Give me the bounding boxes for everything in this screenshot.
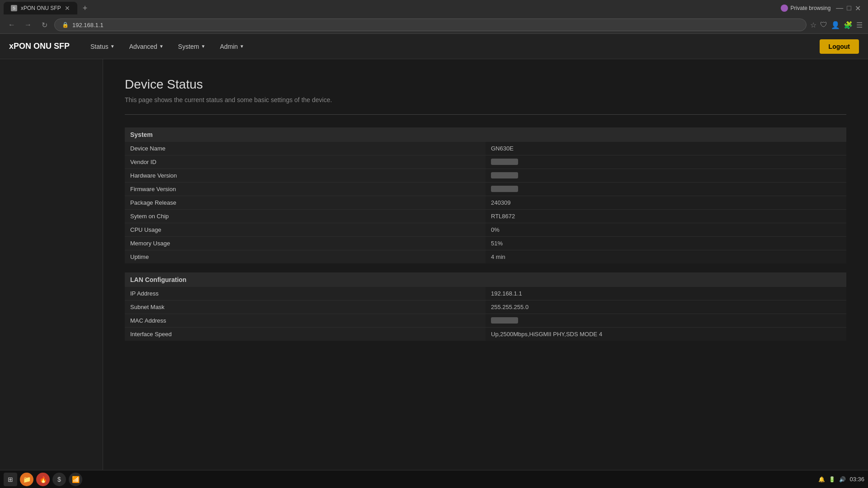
- mem-usage-label: Memory Usage: [125, 237, 486, 250]
- app-brand: xPON ONU SFP: [9, 42, 70, 51]
- table-row: Device Name GN630E: [125, 142, 846, 155]
- tab-bar: S xPON ONU SFP ✕ + Private browsing — □ …: [0, 0, 868, 16]
- minimize-button[interactable]: —: [836, 4, 843, 12]
- soc-value: RTL8672: [486, 210, 846, 223]
- shield-icon[interactable]: 🛡: [820, 21, 827, 29]
- mem-usage-value: 51%: [486, 237, 846, 250]
- nav-menu: Status ▼ Advanced ▼ System ▼ Admin ▼: [84, 39, 820, 54]
- private-browsing-label: Private browsing: [781, 5, 831, 12]
- taskbar-app1-button[interactable]: 🔥: [36, 473, 50, 486]
- profile-icon[interactable]: 👤: [831, 21, 840, 29]
- main-content: Device Status This page shows the curren…: [103, 59, 868, 470]
- blurred-value: [491, 159, 518, 165]
- active-tab[interactable]: S xPON ONU SFP ✕: [4, 2, 77, 14]
- tab-title: xPON ONU SFP: [21, 5, 61, 11]
- address-bar[interactable]: 🔒 192.168.1.1: [54, 19, 807, 31]
- hw-version-value: [486, 169, 846, 183]
- table-row: Vendor ID: [125, 155, 846, 169]
- blurred-value: [491, 172, 518, 178]
- uptime-value: 4 min: [486, 250, 846, 264]
- pkg-release-value: 240309: [486, 196, 846, 210]
- new-tab-button[interactable]: +: [79, 4, 91, 13]
- taskbar-terminal-button[interactable]: $: [52, 473, 66, 486]
- system-section-header: System: [125, 127, 846, 142]
- interface-speed-value: Up,2500Mbps,HiSGMII PHY,SDS MODE 4: [486, 328, 846, 341]
- system-header: System: [125, 127, 846, 142]
- table-row: Firmware Version: [125, 183, 846, 196]
- table-row: IP Address 192.168.1.1: [125, 287, 846, 300]
- device-name-label: Device Name: [125, 142, 486, 155]
- subnet-mask-label: Subnet Mask: [125, 300, 486, 314]
- forward-button[interactable]: →: [22, 19, 34, 31]
- vendor-id-label: Vendor ID: [125, 155, 486, 169]
- taskbar-files-button[interactable]: 📁: [20, 473, 33, 486]
- table-row: CPU Usage 0%: [125, 223, 846, 237]
- taskbar-battery-icon: 🔋: [829, 476, 835, 483]
- ip-address-value: 192.168.1.1: [486, 287, 846, 300]
- tab-favicon: S: [11, 5, 17, 11]
- extensions-icon[interactable]: 🧩: [844, 21, 853, 29]
- table-row: Package Release 240309: [125, 196, 846, 210]
- lan-section-header: LAN Configuration: [125, 272, 846, 287]
- back-button[interactable]: ←: [5, 19, 18, 31]
- taskbar-apps-button[interactable]: ⊞: [4, 473, 17, 486]
- blurred-value: [491, 317, 518, 324]
- close-window-button[interactable]: ✕: [855, 4, 861, 13]
- device-name-value: GN630E: [486, 142, 846, 155]
- nav-item-admin[interactable]: Admin ▼: [213, 39, 250, 54]
- soc-label: Sytem on Chip: [125, 210, 486, 223]
- hw-version-label: Hardware Version: [125, 169, 486, 183]
- pkg-release-label: Package Release: [125, 196, 486, 210]
- taskbar-volume-icon[interactable]: 🔊: [839, 476, 846, 483]
- system-table: System Device Name GN630E Vendor ID Hard…: [125, 127, 846, 263]
- mac-address-value: [486, 314, 846, 328]
- ip-address-label: IP Address: [125, 287, 486, 300]
- lan-header: LAN Configuration: [125, 272, 846, 287]
- taskbar-time: 03:36: [849, 476, 864, 483]
- table-row: Subnet Mask 255.255.255.0: [125, 300, 846, 314]
- maximize-button[interactable]: □: [847, 4, 851, 12]
- vendor-id-value: [486, 155, 846, 169]
- taskbar-notification-icon[interactable]: 🔔: [818, 476, 825, 483]
- reload-button[interactable]: ↻: [38, 19, 51, 31]
- tab-close-btn[interactable]: ✕: [65, 5, 70, 12]
- uptime-label: Uptime: [125, 250, 486, 264]
- page-subtitle: This page shows the current status and s…: [125, 96, 846, 103]
- logout-button[interactable]: Logout: [820, 39, 859, 54]
- nav-item-advanced[interactable]: Advanced ▼: [123, 39, 170, 54]
- page-title: Device Status: [125, 77, 846, 92]
- lock-icon: 🔒: [62, 22, 69, 28]
- taskbar-wifi-button[interactable]: 📶: [69, 473, 82, 486]
- sidebar: [0, 59, 103, 470]
- table-row: Sytem on Chip RTL8672: [125, 210, 846, 223]
- star-icon[interactable]: ☆: [810, 21, 816, 29]
- nav-item-status[interactable]: Status ▼: [84, 39, 121, 54]
- taskbar-right: 🔔 🔋 🔊 03:36: [818, 476, 864, 483]
- cpu-usage-label: CPU Usage: [125, 223, 486, 237]
- nav-item-system[interactable]: System ▼: [172, 39, 212, 54]
- address-text: 192.168.1.1: [72, 22, 104, 28]
- address-bar-row: ← → ↻ 🔒 192.168.1.1 ☆ 🛡 👤 🧩 ☰: [0, 16, 868, 33]
- interface-speed-label: Interface Speed: [125, 328, 486, 341]
- private-icon: [781, 5, 788, 12]
- browser-chrome: S xPON ONU SFP ✕ + Private browsing — □ …: [0, 0, 868, 34]
- taskbar: ⊞ 📁 🔥 $ 📶 🔔 🔋 🔊 03:36: [0, 470, 868, 488]
- lan-table: LAN Configuration IP Address 192.168.1.1…: [125, 272, 846, 341]
- menu-icon[interactable]: ☰: [856, 21, 863, 29]
- window-controls: — □ ✕: [832, 4, 864, 13]
- content-divider: [125, 114, 846, 115]
- table-row: Interface Speed Up,2500Mbps,HiSGMII PHY,…: [125, 328, 846, 341]
- table-row: MAC Address: [125, 314, 846, 328]
- app-navbar: xPON ONU SFP Status ▼ Advanced ▼ System …: [0, 34, 868, 59]
- fw-version-label: Firmware Version: [125, 183, 486, 196]
- subnet-mask-value: 255.255.255.0: [486, 300, 846, 314]
- table-row: Hardware Version: [125, 169, 846, 183]
- mac-address-label: MAC Address: [125, 314, 486, 328]
- page-layout: Device Status This page shows the curren…: [0, 59, 868, 470]
- fw-version-value: [486, 183, 846, 196]
- cpu-usage-value: 0%: [486, 223, 846, 237]
- table-row: Uptime 4 min: [125, 250, 846, 264]
- toolbar-right: ☆ 🛡 👤 🧩 ☰: [810, 21, 863, 29]
- blurred-value: [491, 186, 518, 192]
- table-row: Memory Usage 51%: [125, 237, 846, 250]
